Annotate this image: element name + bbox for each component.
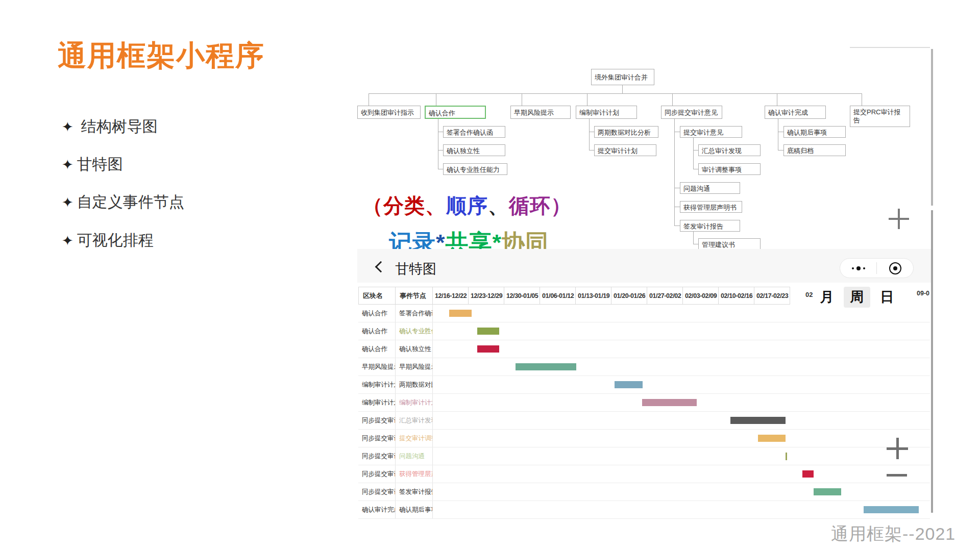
event-cell: 签发审计报告 (396, 483, 433, 500)
tree-node[interactable]: 管理建议书 (698, 238, 761, 250)
tree-node[interactable]: 两期数据对比分析 (594, 126, 658, 138)
tree-connector (693, 169, 698, 169)
event-cell: 提交审计调整... (396, 430, 433, 447)
tree-node[interactable]: 提交审计意见 (680, 126, 742, 138)
gantt-bar[interactable] (758, 435, 786, 442)
tree-connector (778, 150, 783, 151)
tree-connector (693, 138, 694, 169)
tree-node[interactable]: 汇总审计发现 (698, 144, 761, 156)
gantt-bar[interactable] (730, 417, 786, 424)
bullet-label: 结构树导图 (81, 116, 158, 137)
tree-node[interactable]: 确认审计完成 (765, 106, 826, 119)
gantt-header-row: 区块名 事件节点 12/16-12/22 12/23-12/29 12/30-0… (358, 287, 790, 305)
tree-node[interactable]: 确认独立性 (443, 144, 505, 156)
gantt-bar[interactable] (615, 381, 643, 388)
slide-footer: 通用框架--2021 (831, 522, 955, 546)
tree-connector (438, 119, 438, 169)
event-cell: 两期数据对比... (396, 376, 433, 393)
column-header-event: 事件节点 (396, 287, 433, 305)
gantt-bar[interactable] (814, 488, 841, 495)
gantt-date-header-cell: 12/30-01/05 (504, 287, 540, 305)
gantt-date-header-cell: 02/10-02/16 (719, 287, 754, 305)
view-month-button[interactable]: 月 (815, 287, 839, 307)
scrollbar[interactable] (931, 49, 933, 206)
tree-node[interactable]: 同步提交审计意见 (661, 106, 722, 119)
tree-connector (862, 93, 862, 106)
tree-connector (674, 119, 675, 226)
panel-top-edge (850, 47, 930, 48)
gantt-date-partial: 02 (805, 291, 813, 298)
tree-connector (589, 150, 594, 151)
tree-connector (672, 93, 673, 106)
gantt-row: 确认合作 签署合作确认函 (358, 305, 930, 322)
gantt-bar[interactable] (477, 345, 499, 353)
gantt-row: 编制审计计划 两期数据对比... (358, 376, 930, 394)
gantt-row: 同步提交审计... 汇总审计发现 (358, 412, 930, 430)
gantt-bar[interactable] (516, 363, 576, 370)
tree-connector (587, 93, 587, 106)
gantt-bar[interactable] (477, 328, 499, 335)
target-close-icon[interactable] (877, 262, 913, 274)
gantt-title: 甘特图 (395, 260, 436, 278)
tree-connector (693, 244, 698, 244)
gantt-date-header-cell: 02/17-02/23 (754, 287, 790, 305)
block-cell: 同步提交审计... (358, 430, 396, 447)
gantt-body: 确认合作 签署合作确认函 确认合作 确认专业胜任... 确认合作 确认独立性 早… (358, 305, 930, 519)
tree-node[interactable]: 提交PRC审计报告 (850, 106, 910, 127)
tree-connector (436, 93, 436, 106)
annotation-part: 顺序 (446, 194, 488, 217)
tree-node[interactable]: 提交审计计划 (594, 144, 656, 156)
tree-connector (369, 93, 369, 106)
tree-node[interactable]: 问题沟通 (680, 182, 740, 194)
block-cell: 同步提交审计... (358, 447, 396, 465)
tree-connector (438, 132, 443, 132)
gantt-date-header-cell: 01/06-01/12 (540, 287, 576, 305)
gantt-bar[interactable] (642, 399, 697, 406)
wechat-capsule (840, 258, 914, 278)
block-cell: 确认审计完成 (358, 501, 396, 518)
gantt-date-header-cell: 12/23-12/29 (469, 287, 504, 305)
tree-node-root[interactable]: 境外集团审计合并 (591, 69, 654, 85)
tree-node[interactable]: 收到集团审计指示 (357, 106, 421, 119)
tree-node[interactable]: 编制审计计划 (576, 106, 637, 119)
gantt-row: 编制审计计划 编制审计计划 (358, 394, 930, 412)
plus-icon[interactable] (889, 209, 909, 229)
event-cell: 早期风险提示 (396, 358, 433, 375)
tree-connector (778, 132, 783, 132)
more-dots-icon[interactable] (840, 266, 876, 270)
scrollbar-thumb[interactable] (931, 210, 933, 513)
tree-connector (674, 207, 680, 207)
gantt-bar[interactable] (802, 470, 814, 478)
gantt-bar[interactable] (786, 453, 787, 460)
tree-connector (522, 93, 522, 106)
tree-node[interactable]: 确认专业胜任能力 (443, 163, 507, 175)
block-cell: 同步提交审计... (358, 483, 396, 500)
gantt-bar[interactable] (449, 310, 472, 317)
diamond-bullet-icon: ✦ (62, 157, 74, 173)
event-cell: 签署合作确认函 (396, 305, 433, 322)
tree-node[interactable]: 审计调整事项 (698, 163, 761, 175)
tree-node[interactable]: 底稿归档 (783, 144, 846, 156)
gantt-date-header-cell: 01/13-01/19 (576, 287, 611, 305)
event-cell: 确认独立性 (396, 340, 433, 358)
gantt-bar[interactable] (864, 506, 919, 513)
tree-node[interactable]: 签发审计报告 (680, 220, 740, 232)
gantt-date-header-cell: 02/03-02/09 (683, 287, 719, 305)
gantt-screenshot: 甘特图 区块名 事件节点 12/16-12/22 12/23-12/29 12/… (357, 249, 931, 515)
tree-connector (438, 150, 443, 151)
tree-node[interactable]: 确认期后事项 (783, 126, 846, 138)
bullet-label: 自定义事件节点 (77, 192, 184, 213)
view-day-button[interactable]: 日 (875, 287, 899, 307)
zoom-in-plus-icon[interactable] (887, 438, 908, 459)
gantt-row: 同步提交审计... 问题沟通 (358, 447, 930, 465)
tree-node-selected[interactable]: 确认合作 (425, 106, 486, 119)
page-title: 通用框架小程序 (58, 37, 265, 76)
block-cell: 编制审计计划 (358, 376, 396, 393)
zoom-out-minus-icon[interactable] (887, 474, 907, 477)
tree-node[interactable]: 获得管理层声明书 (680, 201, 742, 213)
diamond-bullet-icon: ✦ (62, 119, 74, 135)
block-cell: 确认合作 (358, 340, 396, 358)
block-cell: 确认合作 (358, 305, 396, 322)
tree-node[interactable]: 签署合作确认函 (443, 126, 505, 138)
tree-node[interactable]: 早期风险提示 (510, 106, 571, 119)
